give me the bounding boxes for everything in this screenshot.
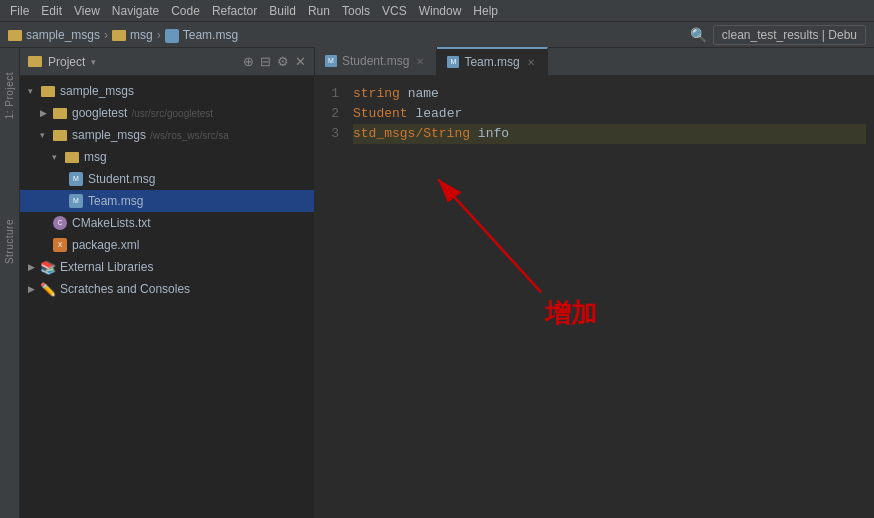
code-line-3: std_msgs/String info [353, 124, 866, 144]
tree-item-googletest[interactable]: ▶ googletest /usr/src/googletest [20, 102, 314, 124]
menu-code[interactable]: Code [165, 2, 206, 20]
breadcrumb-sep-1: › [104, 28, 108, 42]
locate-icon[interactable]: ⊕ [243, 54, 254, 69]
menu-view[interactable]: View [68, 2, 106, 20]
tree-arrow-googletest: ▶ [40, 108, 52, 118]
settings-icon[interactable]: ⚙ [277, 54, 289, 69]
tree-folder-icon-msg [64, 149, 80, 165]
tree-label-ext-lib: External Libraries [60, 260, 153, 274]
breadcrumb-msg: msg [130, 28, 153, 42]
menu-refactor[interactable]: Refactor [206, 2, 263, 20]
breadcrumb-sample-msgs: sample_msgs [26, 28, 100, 42]
tree-item-package-xml[interactable]: X package.xml [20, 234, 314, 256]
menu-run[interactable]: Run [302, 2, 336, 20]
tab-icon-student: M [325, 55, 337, 67]
project-tree: ▾ sample_msgs ▶ googletest /usr/src/goog… [20, 76, 314, 518]
editor-area: M Student.msg ✕ M Team.msg ✕ 1 2 3 strin… [315, 48, 874, 518]
menu-window[interactable]: Window [413, 2, 468, 20]
line-num-1: 1 [315, 84, 339, 104]
folder-icon-msg [112, 30, 126, 41]
file-icon-team [165, 29, 179, 43]
tab-close-team[interactable]: ✕ [525, 56, 537, 69]
folder-icon-title [8, 30, 22, 41]
tree-folder-icon-root [40, 83, 56, 99]
tree-file-icon-xml: X [52, 237, 68, 253]
menu-bar: File Edit View Navigate Code Refactor Bu… [0, 0, 874, 22]
project-header: Project ▾ ⊕ ⊟ ⚙ ✕ [20, 48, 314, 76]
line-num-2: 2 [315, 104, 339, 124]
code-line-2: Student leader [353, 104, 866, 124]
menu-build[interactable]: Build [263, 2, 302, 20]
menu-vcs[interactable]: VCS [376, 2, 413, 20]
menu-file[interactable]: File [4, 2, 35, 20]
menu-edit[interactable]: Edit [35, 2, 68, 20]
search-toolbar-icon[interactable]: 🔍 [690, 27, 707, 43]
tree-file-icon-team: M [68, 193, 84, 209]
tree-icon-scratches: ✏️ [40, 281, 56, 297]
code-line-1: string name [353, 84, 866, 104]
code-area[interactable]: string name Student leader std_msgs/Stri… [345, 76, 874, 518]
project-panel-label[interactable]: 1: Project [4, 72, 15, 119]
line-numbers: 1 2 3 [315, 76, 345, 518]
tree-file-icon-student: M [68, 171, 84, 187]
editor-content[interactable]: 1 2 3 string name Student leader std_msg… [315, 76, 874, 518]
project-title: Project [48, 55, 85, 69]
breadcrumb-sep-2: › [157, 28, 161, 42]
tree-label-sample-msgs-sub: sample_msgs [72, 128, 146, 142]
tree-label-team-msg: Team.msg [88, 194, 143, 208]
code-keyword-3: std_msgs/String [353, 124, 470, 144]
project-folder-icon [28, 56, 42, 67]
tree-root-sample-msgs[interactable]: ▾ sample_msgs [20, 80, 314, 102]
menu-navigate[interactable]: Navigate [106, 2, 165, 20]
tab-student-msg[interactable]: M Student.msg ✕ [315, 47, 437, 75]
line-num-3: 3 [315, 124, 339, 144]
tree-path-googletest: /usr/src/googletest [131, 108, 213, 119]
tree-arrow-scratches: ▶ [28, 284, 40, 294]
tab-team-msg[interactable]: M Team.msg ✕ [437, 47, 547, 75]
code-keyword-2: Student [353, 104, 408, 124]
code-value-1: name [408, 84, 439, 104]
tree-label-package-xml: package.xml [72, 238, 139, 252]
sidebar-strip: 1: Project Structure [0, 48, 20, 518]
project-dropdown-icon[interactable]: ▾ [91, 57, 96, 67]
tree-label-sample-msgs: sample_msgs [60, 84, 134, 98]
code-value-3: info [478, 124, 509, 144]
tree-file-icon-cmake: C [52, 215, 68, 231]
hide-icon[interactable]: ✕ [295, 54, 306, 69]
structure-panel-label[interactable]: Structure [4, 219, 15, 264]
menu-help[interactable]: Help [467, 2, 504, 20]
tree-item-cmake[interactable]: C CMakeLists.txt [20, 212, 314, 234]
tree-label-student-msg: Student.msg [88, 172, 155, 186]
tree-arrow-msg: ▾ [52, 152, 64, 162]
tree-label-cmake: CMakeLists.txt [72, 216, 151, 230]
menu-tools[interactable]: Tools [336, 2, 376, 20]
tree-item-scratches[interactable]: ▶ ✏️ Scratches and Consoles [20, 278, 314, 300]
tree-icon-ext-lib: 📚 [40, 259, 56, 275]
title-bar: sample_msgs › msg › Team.msg 🔍 clean_tes… [0, 22, 874, 48]
tree-folder-icon-sample-msgs-sub [52, 127, 68, 143]
tree-folder-icon-googletest [52, 105, 68, 121]
tree-arrow-ext-lib: ▶ [28, 262, 40, 272]
project-header-icons: ⊕ ⊟ ⚙ ✕ [243, 54, 306, 69]
tab-icon-team: M [447, 56, 459, 68]
tab-close-student[interactable]: ✕ [414, 55, 426, 68]
main-layout: 1: Project Structure Project ▾ ⊕ ⊟ ⚙ ✕ ▾… [0, 48, 874, 518]
tree-item-student-msg[interactable]: M Student.msg [20, 168, 314, 190]
tree-arrow-sample-msgs-sub: ▾ [40, 130, 52, 140]
tree-label-googletest: googletest [72, 106, 127, 120]
tree-label-msg: msg [84, 150, 107, 164]
tree-label-scratches: Scratches and Consoles [60, 282, 190, 296]
tree-item-ext-lib[interactable]: ▶ 📚 External Libraries [20, 256, 314, 278]
project-panel: Project ▾ ⊕ ⊟ ⚙ ✕ ▾ sample_msgs ▶ [20, 48, 315, 518]
tree-item-sample-msgs-sub[interactable]: ▾ sample_msgs /ws/ros_ws/src/sa [20, 124, 314, 146]
breadcrumb-team-msg: Team.msg [183, 28, 238, 42]
tree-arrow-root: ▾ [28, 86, 40, 96]
code-keyword-1: string [353, 84, 400, 104]
tree-path-sample-msgs-sub: /ws/ros_ws/src/sa [150, 130, 229, 141]
tabs-bar: M Student.msg ✕ M Team.msg ✕ [315, 48, 874, 76]
tree-item-team-msg[interactable]: M Team.msg [20, 190, 314, 212]
collapse-icon[interactable]: ⊟ [260, 54, 271, 69]
run-config-label: clean_test_results | Debu [713, 25, 866, 45]
tab-label-student: Student.msg [342, 54, 409, 68]
tree-item-msg[interactable]: ▾ msg [20, 146, 314, 168]
